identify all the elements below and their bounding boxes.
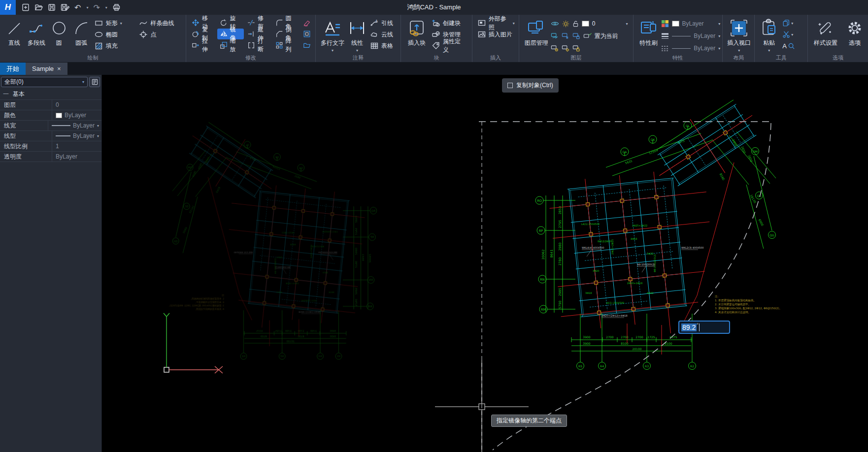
ribbon-group-annotate: 多行文字 ▾ 线性 ▾ A 引线 云线 表格 注释: [316, 15, 401, 62]
prop-row-lineweight: 线宽 ByLayer▾: [0, 121, 101, 131]
tab-sample[interactable]: Sample ×: [26, 63, 67, 75]
layer-unlock-icon[interactable]: [572, 20, 579, 28]
layer-on-icon[interactable]: [562, 20, 569, 28]
save-as-icon[interactable]: [61, 3, 69, 11]
layer-dropdown-caret-icon[interactable]: ▾: [626, 22, 628, 26]
redo-caret-icon[interactable]: ▾: [105, 5, 107, 10]
collapse-icon[interactable]: 一: [3, 90, 9, 98]
group-label-tools: 工具: [755, 54, 807, 62]
object-color-swatch[interactable]: [672, 21, 679, 27]
object-color-value[interactable]: ByLayer: [682, 20, 704, 27]
tool-rectangle[interactable]: 矩形 ▾: [93, 18, 137, 29]
tool-revcloud[interactable]: 云线: [368, 29, 399, 40]
lineweight-caret-icon[interactable]: ▾: [718, 34, 720, 38]
print-icon[interactable]: [112, 3, 121, 11]
tool-ellipse[interactable]: 椭圆: [93, 29, 137, 40]
layer-set-current-icon[interactable]: [583, 32, 592, 39]
tab-start[interactable]: 开始: [0, 63, 26, 75]
prop-color-swatch[interactable]: [56, 113, 62, 118]
quick-select-button[interactable]: [89, 77, 100, 87]
lineweight-row-caret-icon[interactable]: ▾: [97, 124, 99, 128]
tab-close-icon[interactable]: ×: [57, 65, 61, 72]
tool-polyline[interactable]: 多段线: [25, 17, 47, 55]
tool-point[interactable]: 点: [137, 29, 184, 40]
prop-lineweight-value[interactable]: ByLayer▾: [48, 121, 101, 130]
tool-spline[interactable]: 样条曲线: [137, 18, 184, 29]
tool-match-properties[interactable]: 特性刷: [636, 17, 661, 55]
undo-caret-icon[interactable]: ▾: [86, 5, 88, 10]
open-icon[interactable]: [34, 3, 43, 11]
tool-array[interactable]: 阵列: [273, 40, 300, 51]
layer-unlock2-icon[interactable]: [572, 45, 580, 52]
tool-layer-manager[interactable]: 图层管理: [522, 17, 551, 55]
copy-clip-caret-icon[interactable]: ▾: [791, 21, 793, 26]
prop-transparency-value[interactable]: ByLayer: [52, 152, 101, 161]
tool-insert-block[interactable]: 插入块: [404, 17, 430, 55]
tool-options[interactable]: 选项: [844, 17, 866, 55]
tool-scale[interactable]: 缩放: [217, 40, 244, 51]
tool-table[interactable]: 表格: [368, 40, 399, 51]
linetype-caret-icon[interactable]: ▾: [718, 46, 720, 51]
set-current-label[interactable]: 置为当前: [595, 32, 618, 40]
linetype-value[interactable]: ByLayer: [694, 45, 715, 52]
layer-off-icon[interactable]: [551, 32, 559, 39]
color-caret-icon[interactable]: ▾: [718, 22, 720, 26]
tool-leader[interactable]: A 引线: [368, 18, 399, 29]
tool-style-settings[interactable]: 样式设置: [811, 17, 840, 55]
prop-layer-value[interactable]: 0: [52, 100, 101, 110]
tool-erase[interactable]: [300, 17, 313, 28]
dynamic-input-value[interactable]: 89.2: [681, 323, 697, 331]
layer-freeze-icon[interactable]: [562, 32, 569, 39]
tool-copy-clip[interactable]: ▾: [780, 18, 802, 29]
prop-linetype-value[interactable]: ByLayer▾: [52, 131, 101, 141]
tool-create-block[interactable]: 创建块: [430, 18, 468, 29]
tool-insert-image[interactable]: 插入图片: [475, 29, 517, 40]
tool-mtext[interactable]: 多行文字 ▾: [319, 17, 346, 55]
prop-color-value[interactable]: ByLayer: [52, 110, 101, 120]
tool-circle[interactable]: 圆: [48, 17, 70, 55]
tool-attribute-define[interactable]: 属性定义: [430, 40, 468, 51]
redo-icon[interactable]: ↷: [93, 3, 100, 12]
paste-caret-icon[interactable]: ▾: [768, 48, 770, 53]
section-basic[interactable]: 一 基本: [0, 89, 101, 100]
lineweight-value[interactable]: ByLayer: [694, 32, 715, 39]
tool-cut-clip[interactable]: ▾: [780, 29, 802, 40]
linear-caret-icon[interactable]: ▾: [356, 48, 358, 53]
layer-color-swatch[interactable]: [582, 21, 589, 27]
tool-point-label: 点: [150, 31, 156, 39]
copy-checkbox[interactable]: [507, 83, 513, 88]
explode-icon: [303, 41, 311, 49]
rectangle-caret-icon[interactable]: ▾: [120, 21, 122, 26]
tool-linear-dim[interactable]: 线性 ▾: [346, 17, 368, 55]
new-file-icon[interactable]: [22, 3, 30, 11]
tool-offset[interactable]: [300, 29, 313, 39]
tool-insert-viewport[interactable]: 插入视口 ▾: [726, 17, 752, 55]
tool-paste[interactable]: 粘贴 ▾: [758, 17, 780, 55]
ribbon-group-layout: 插入视口 ▾ 布局: [723, 15, 755, 62]
tool-break[interactable]: 打断: [245, 40, 272, 51]
prop-ltscale-value[interactable]: 1: [52, 141, 101, 151]
drawing-canvas[interactable]: RQ RP RN RM 2850 2795 2980 2780 2985 579…: [102, 75, 868, 452]
save-icon[interactable]: [48, 3, 56, 11]
dynamic-input-field[interactable]: 89.2°: [678, 321, 730, 334]
undo-icon[interactable]: ↶: [74, 3, 81, 12]
current-layer-name: 0: [592, 20, 596, 27]
tool-line[interactable]: 直线: [3, 17, 25, 55]
linetype-row-caret-icon[interactable]: ▾: [97, 134, 99, 138]
tool-hatch[interactable]: 填充: [93, 40, 137, 51]
selection-filter-dropdown[interactable]: 全部(0) ▾: [1, 77, 88, 87]
viewport-caret-icon[interactable]: ▾: [738, 48, 740, 53]
layer-visible-icon[interactable]: [551, 20, 559, 27]
app-logo[interactable]: H: [0, 0, 16, 15]
cut-caret-icon[interactable]: ▾: [791, 32, 793, 37]
layer-thaw-icon[interactable]: [562, 45, 569, 52]
tool-arc[interactable]: 圆弧: [70, 17, 92, 55]
tool-stretch[interactable]: 拉伸: [189, 40, 216, 51]
layer-lock-icon[interactable]: [572, 32, 580, 39]
tool-xref[interactable]: 外部参照 ▾: [475, 18, 517, 29]
layer-iso-icon[interactable]: [551, 45, 559, 52]
xref-caret-icon[interactable]: ▾: [513, 21, 515, 26]
tool-explode[interactable]: [300, 40, 313, 51]
tool-find[interactable]: A: [780, 40, 802, 51]
mtext-caret-icon[interactable]: ▾: [332, 48, 334, 53]
